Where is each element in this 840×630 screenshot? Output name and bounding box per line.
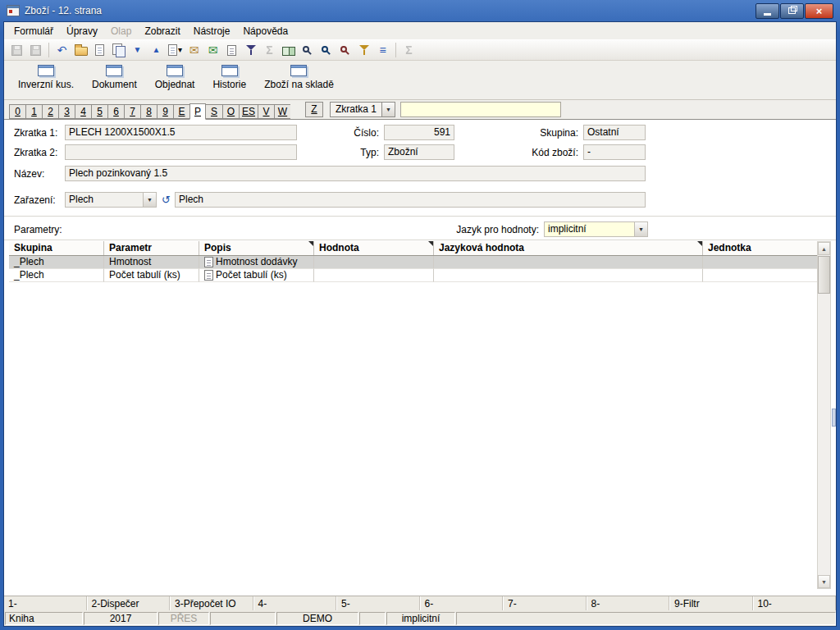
close-button[interactable]: × — [805, 3, 833, 19]
cell-skupina[interactable]: _Plech — [9, 269, 104, 282]
tab-4[interactable]: 4 — [75, 104, 91, 119]
column-header-hodnota[interactable]: Hodnota — [314, 241, 434, 255]
tab-0[interactable]: 0 — [9, 104, 25, 119]
tab-7[interactable]: 7 — [124, 104, 140, 119]
tab-8[interactable]: 8 — [140, 104, 157, 119]
fnkey-4[interactable]: 4- — [253, 596, 337, 610]
menu-nastroje[interactable]: Nástroje — [187, 24, 237, 39]
zarazeni-path-field[interactable]: Plech — [175, 192, 646, 208]
find-related-icon[interactable] — [336, 42, 354, 59]
edit-note-icon[interactable] — [204, 270, 213, 281]
new-record-icon[interactable] — [91, 42, 108, 59]
fnkey-3[interactable]: 3-Přepočet IO — [170, 596, 253, 610]
cell-hodnota[interactable] — [314, 256, 434, 269]
quick-search-input[interactable] — [400, 102, 561, 117]
tab-W[interactable]: W — [274, 104, 290, 119]
menu-napoveda[interactable]: Nápověda — [236, 24, 294, 39]
move-up-icon[interactable]: ▲ — [148, 42, 165, 59]
cell-jednotka[interactable] — [703, 269, 817, 282]
z-button[interactable]: Z — [305, 102, 323, 117]
edit-note-icon[interactable] — [204, 257, 213, 267]
cell-jazykova-hodnota[interactable] — [434, 256, 703, 269]
move-down-icon[interactable]: ▼ — [129, 42, 146, 59]
column-header-popis[interactable]: Popis — [199, 241, 314, 255]
fnkey-6[interactable]: 6- — [420, 596, 504, 610]
cislo-field[interactable]: 591 — [384, 125, 454, 140]
zbozi-na-sklade-button[interactable]: Zboží na skladě — [260, 63, 338, 92]
cell-skupina[interactable]: _Plech — [9, 256, 104, 269]
dokument-button[interactable]: Dokument — [88, 63, 141, 92]
sum-stock-icon[interactable]: Σ — [400, 42, 418, 59]
tab-1[interactable]: 1 — [25, 104, 42, 119]
restore-button[interactable] — [780, 3, 804, 19]
panel-scrollbar-thumb[interactable] — [832, 409, 836, 427]
kod-zbozi-field[interactable]: - — [583, 144, 646, 160]
tab-V[interactable]: V — [258, 104, 274, 119]
tree-refresh-icon[interactable]: ↺ — [162, 194, 171, 206]
mail-icon[interactable]: ✉ — [185, 42, 203, 59]
sum-icon[interactable]: Σ — [261, 42, 278, 59]
tab-ES[interactable]: ES — [239, 104, 258, 119]
save-icon[interactable] — [8, 42, 25, 59]
scroll-up-icon[interactable]: ▲ — [818, 242, 830, 255]
chevron-down-icon[interactable]: ▼ — [634, 222, 647, 236]
notes-icon[interactable] — [223, 42, 240, 59]
cell-hodnota[interactable] — [314, 269, 434, 282]
table-row[interactable]: _Plech Počet tabulí (ks) Počet tabulí (k… — [9, 269, 817, 282]
fnkey-8[interactable]: 8- — [587, 596, 670, 610]
zkratka1-field[interactable]: PLECH 1200X1500X1.5 — [65, 125, 297, 140]
actions-dropdown-icon[interactable]: ▾ — [167, 42, 184, 59]
tab-S[interactable]: S — [206, 104, 222, 119]
nazev-field[interactable]: Plech pozinkovaný 1.5 — [65, 166, 646, 181]
cell-popis[interactable]: Počet tabulí (ks) — [199, 269, 314, 282]
typ-field[interactable]: Zbožní — [384, 144, 454, 160]
table-row[interactable]: _Plech Hmotnost Hmotnost dodávky — [9, 256, 817, 269]
scrollbar-thumb[interactable] — [818, 256, 830, 294]
fnkey-9[interactable]: 9-Filtr — [669, 596, 753, 610]
app-icon[interactable] — [7, 5, 20, 16]
menu-zobrazit[interactable]: Zobrazit — [138, 24, 186, 39]
chevron-down-icon[interactable]: ▼ — [381, 103, 395, 116]
skupina-field[interactable]: Ostatní — [583, 125, 646, 140]
tab-P[interactable]: P — [189, 103, 206, 120]
list-view-icon[interactable]: ≡ — [374, 42, 391, 59]
cell-parametr[interactable]: Počet tabulí (ks) — [104, 269, 199, 282]
filter-icon[interactable] — [242, 42, 259, 59]
tab-O[interactable]: O — [222, 104, 239, 119]
save-close-icon[interactable] — [27, 42, 44, 59]
cell-parametr[interactable]: Hmotnost — [104, 256, 199, 269]
menu-formular[interactable]: Formulář — [7, 24, 60, 39]
undo-icon[interactable]: ↶ — [53, 42, 71, 59]
column-header-jednotka[interactable]: Jednotka — [703, 241, 817, 255]
tab-E[interactable]: E — [173, 104, 189, 119]
fnkey-10[interactable]: 10- — [753, 596, 837, 610]
cell-popis[interactable]: Hmotnost dodávky — [199, 256, 314, 269]
column-header-parametr[interactable]: Parametr — [104, 241, 199, 255]
fnkey-2[interactable]: 2-Dispečer — [87, 596, 171, 610]
find-next-icon[interactable] — [317, 42, 335, 59]
tab-3[interactable]: 3 — [58, 104, 75, 119]
menu-upravy[interactable]: Úpravy — [60, 24, 104, 39]
historie-button[interactable]: Historie — [208, 63, 250, 92]
export-send-icon[interactable]: ✉ — [204, 42, 221, 59]
catalog-icon[interactable] — [280, 42, 297, 59]
cell-jednotka[interactable] — [703, 256, 817, 269]
tab-9[interactable]: 9 — [157, 104, 173, 119]
cell-jazykova-hodnota[interactable] — [434, 269, 703, 282]
column-header-jazykova-hodnota[interactable]: Jazyková hodnota — [434, 241, 703, 255]
zkratka2-field[interactable] — [65, 144, 297, 160]
inverzni-kus-button[interactable]: Inverzní kus. — [14, 63, 78, 92]
titlebar[interactable]: Zboží - 12. strana × — [3, 0, 837, 21]
tab-2[interactable]: 2 — [42, 104, 58, 119]
jazyk-combo[interactable]: implicitní ▼ — [544, 221, 648, 237]
minimize-button[interactable] — [756, 3, 779, 19]
tab-5[interactable]: 5 — [91, 104, 107, 119]
scroll-down-icon[interactable]: ▼ — [818, 575, 830, 588]
zarazeni-combo[interactable]: Plech ▼ — [65, 192, 157, 208]
table-scrollbar[interactable]: ▲ ▼ — [817, 241, 831, 589]
find-icon[interactable] — [299, 42, 316, 59]
copy-record-icon[interactable] — [110, 42, 127, 59]
open-icon[interactable] — [72, 42, 89, 59]
column-header-skupina[interactable]: Skupina — [9, 241, 104, 255]
chevron-down-icon[interactable]: ▼ — [143, 193, 156, 207]
